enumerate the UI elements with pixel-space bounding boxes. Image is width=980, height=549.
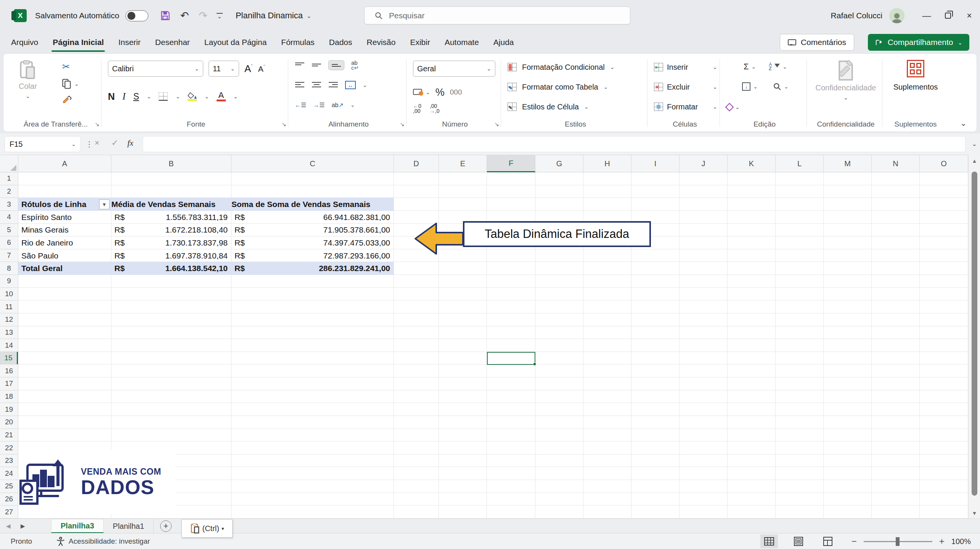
fill-color-button[interactable]: [188, 92, 197, 101]
font-size-select[interactable]: 11⌄: [209, 61, 239, 77]
accessibility-status[interactable]: Acessibilidade: investigar: [56, 533, 150, 549]
align-middle-icon[interactable]: [312, 62, 321, 68]
pivot-cell-value[interactable]: R$1.556.783.311,19: [111, 211, 231, 224]
row-header-4[interactable]: 4: [0, 211, 18, 224]
pivot-cell-label[interactable]: Total Geral: [18, 262, 111, 275]
wrap-text-button[interactable]: abc↵: [351, 60, 359, 70]
pivot-cell-label[interactable]: São Paulo: [18, 249, 111, 262]
align-center-icon[interactable]: [312, 82, 321, 88]
increase-decimal-button[interactable]: ←0,00: [413, 104, 421, 114]
column-header-M[interactable]: M: [824, 155, 872, 172]
share-button[interactable]: Compartilhamento ⌄: [868, 34, 969, 51]
insert-cells-button[interactable]: ⇤Inserir⌄: [654, 61, 717, 74]
increase-indent-button[interactable]: →☰: [313, 101, 325, 109]
confirm-formula-icon[interactable]: ✓: [111, 138, 118, 148]
column-header-E[interactable]: E: [439, 155, 487, 172]
row-header-9[interactable]: 9: [0, 275, 18, 288]
tab-desenhar[interactable]: Desenhar: [148, 31, 197, 53]
save-icon[interactable]: [160, 10, 170, 21]
zoom-in-button[interactable]: +: [939, 536, 945, 547]
column-header-K[interactable]: K: [728, 155, 776, 172]
number-format-select[interactable]: Geral⌄: [413, 61, 495, 77]
row-header-24[interactable]: 24: [0, 467, 18, 480]
cell-styles-button[interactable]: ✎ Estilos de Célula⌄: [508, 100, 645, 113]
tab-pagina-inicial[interactable]: Página Inicial: [45, 31, 111, 53]
format-as-table-button[interactable]: ✎ Formatar como Tabela⌄: [508, 80, 645, 93]
minimize-button[interactable]: —: [916, 0, 937, 31]
number-dialog-launcher[interactable]: ↘: [494, 121, 499, 128]
pivot-cell-label[interactable]: Rio de Janeiro: [18, 236, 111, 249]
row-header-2[interactable]: 2: [0, 185, 18, 198]
collapse-ribbon-icon[interactable]: ⌄: [960, 119, 967, 128]
redo-icon[interactable]: ↷: [199, 11, 207, 21]
fill-handle[interactable]: [533, 363, 536, 366]
normal-view-button[interactable]: [760, 535, 778, 548]
orientation-chevron-icon[interactable]: ⌄: [350, 102, 355, 108]
column-header-I[interactable]: I: [631, 155, 680, 172]
bold-button[interactable]: N: [108, 91, 115, 102]
row-header-27[interactable]: 27: [0, 506, 18, 518]
tab-exibir[interactable]: Exibir: [403, 31, 437, 53]
decrease-indent-button[interactable]: ←☰: [295, 101, 306, 109]
selected-cell[interactable]: [487, 352, 535, 365]
tab-revisao[interactable]: Revisão: [360, 31, 403, 53]
row-header-15[interactable]: 15: [0, 352, 18, 365]
quick-access-chevron-icon[interactable]: ⌄: [217, 13, 223, 19]
row-header-11[interactable]: 11: [0, 300, 18, 313]
pivot-cell-value[interactable]: R$66.941.682.381,00: [231, 211, 394, 224]
column-header-L[interactable]: L: [776, 155, 824, 172]
add-sheet-button[interactable]: +: [160, 520, 172, 532]
row-header-1[interactable]: 1: [0, 172, 18, 185]
merge-chevron-icon[interactable]: ⌄: [363, 82, 367, 88]
annotation-textbox[interactable]: Tabela Dinâmica Finalizada: [463, 221, 651, 247]
column-header-A[interactable]: A: [18, 155, 111, 172]
italic-button[interactable]: I: [122, 91, 125, 102]
row-header-18[interactable]: 18: [0, 390, 18, 403]
sheet-tab-planilha1[interactable]: Planilha1: [104, 519, 154, 533]
align-right-icon[interactable]: [328, 82, 338, 88]
row-header-10[interactable]: 10: [0, 288, 18, 301]
row-header-5[interactable]: 5: [0, 224, 18, 237]
zoom-level[interactable]: 100%: [951, 537, 971, 546]
zoom-slider-thumb[interactable]: [896, 537, 900, 546]
pivot-cell-value[interactable]: R$1.672.218.108,40: [111, 224, 231, 237]
sort-filter-button[interactable]: AZ⌄: [769, 63, 787, 71]
zoom-out-button[interactable]: −: [851, 536, 857, 547]
vertical-scrollbar[interactable]: ▲ ▼: [968, 155, 980, 518]
cut-button[interactable]: ✂: [62, 61, 70, 72]
document-title[interactable]: Planilha Dinamica⌄: [236, 11, 312, 21]
column-header-C[interactable]: C: [231, 155, 394, 172]
pivot-cell-label[interactable]: Minas Gerais: [18, 224, 111, 237]
column-header-F[interactable]: F: [487, 155, 535, 172]
increase-font-button[interactable]: Aˆ: [244, 63, 253, 75]
clear-button[interactable]: ⌄: [726, 104, 740, 110]
sheet-nav-left-icon[interactable]: ◀: [6, 519, 11, 533]
row-labels-filter-button[interactable]: ▼: [99, 199, 109, 209]
annotation-arrow[interactable]: [414, 220, 464, 257]
tab-dados[interactable]: Dados: [322, 31, 360, 53]
pivot-header-soma[interactable]: Soma de Soma de Vendas Semanais: [231, 198, 394, 211]
search-input[interactable]: Pesquisar: [364, 6, 630, 24]
tab-ajuda[interactable]: Ajuda: [486, 31, 521, 53]
pivot-header-media[interactable]: Média de Vendas Semanais: [111, 198, 231, 211]
row-header-22[interactable]: 22: [0, 441, 18, 454]
pivot-cell-label[interactable]: Espírito Santo: [18, 211, 111, 224]
tab-formulas[interactable]: Fórmulas: [274, 31, 322, 53]
copy-button[interactable]: ⌄: [62, 79, 79, 89]
borders-button[interactable]: [159, 92, 168, 101]
row-header-3[interactable]: 3: [0, 198, 18, 211]
column-header-H[interactable]: H: [583, 155, 631, 172]
clipboard-dialog-launcher[interactable]: ↘: [95, 121, 100, 128]
pivot-cell-value[interactable]: R$71.905.378.661,00: [231, 224, 394, 237]
row-header-12[interactable]: 12: [0, 313, 18, 326]
expand-formula-bar-icon[interactable]: ⌄: [972, 140, 977, 148]
vscroll-up-icon[interactable]: ▲: [969, 158, 980, 164]
row-header-23[interactable]: 23: [0, 454, 18, 467]
font-color-button[interactable]: A: [217, 92, 226, 101]
vscroll-thumb[interactable]: [972, 172, 977, 496]
align-top-icon[interactable]: [295, 62, 305, 68]
underline-chevron-icon[interactable]: ⌄: [147, 93, 151, 100]
pivot-cell-value[interactable]: R$72.987.293.166,00: [231, 249, 394, 262]
select-all-corner[interactable]: [0, 155, 18, 172]
page-break-view-button[interactable]: [819, 535, 837, 548]
